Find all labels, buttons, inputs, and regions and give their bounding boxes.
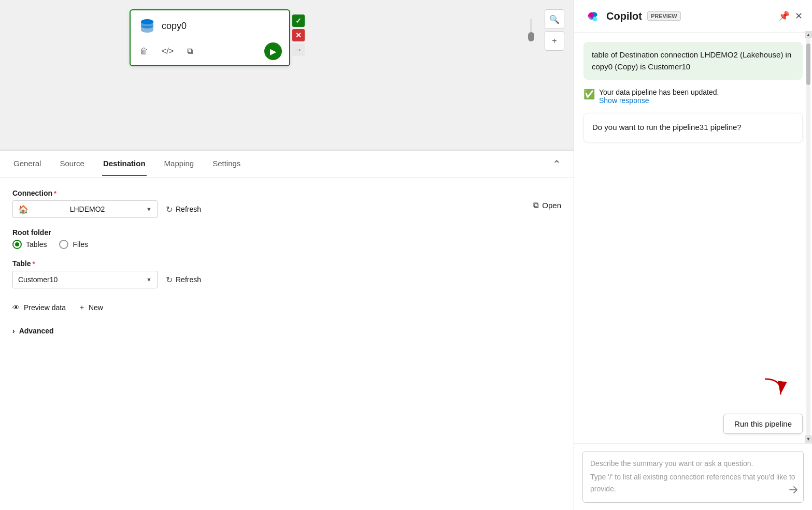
left-panel: copy0 🗑 </> ⧉ ▶ ✓ ✕ → 🔍 + (0, 0, 574, 510)
canvas-area: copy0 🗑 </> ⧉ ▶ ✓ ✕ → 🔍 + (0, 0, 574, 150)
scrollbar-track (530, 19, 532, 41)
advanced-row[interactable]: › Advanced (12, 327, 561, 335)
tables-radio[interactable]: Tables (12, 240, 47, 249)
tab-mapping[interactable]: Mapping (163, 152, 195, 176)
connection-field: Connection * 🏠 LHDEMO2 ▼ ↻ Refresh (12, 189, 561, 218)
tab-general[interactable]: General (12, 152, 42, 176)
status-arrow-icon: → (292, 43, 305, 56)
run-btn-row: Run this pipeline (583, 414, 803, 434)
table-chevron-icon: ▼ (146, 276, 152, 283)
close-panel-button[interactable]: ✕ (795, 10, 803, 22)
copilot-header: Copilot PREVIEW 📌 ✕ (574, 0, 812, 33)
bottom-actions: 👁 Preview data ＋ New (12, 299, 561, 316)
tables-radio-circle (12, 240, 22, 249)
input-placeholder-line1: Describe the summary you want or ask a q… (590, 458, 796, 469)
copilot-header-actions: 📌 ✕ (778, 10, 803, 22)
required-star: * (54, 190, 56, 197)
arrow-icon (756, 372, 787, 403)
node-status-icons: ✓ ✕ → (292, 14, 305, 56)
zoom-in-button[interactable]: + (545, 31, 564, 51)
status-x-icon: ✕ (292, 29, 305, 41)
copilot-right-scrollbar: ▲ ▼ (805, 31, 812, 443)
arrow-indicator-row (583, 372, 787, 403)
preview-badge: PREVIEW (647, 11, 681, 21)
new-button[interactable]: ＋ New (78, 303, 103, 312)
canvas-scrollbar (529, 19, 533, 41)
tab-destination[interactable]: Destination (102, 152, 147, 176)
files-radio[interactable]: Files (59, 240, 88, 249)
files-radio-circle (59, 240, 68, 249)
delete-button[interactable]: 🗑 (138, 45, 150, 58)
open-link-icon: ⧉ (533, 200, 539, 210)
table-controls: Customer10 ▼ ↻ Refresh (12, 271, 561, 288)
chevron-down-icon: ▼ (146, 206, 152, 212)
copilot-messages: table of Destination connection LHDEMO2 … (574, 33, 812, 443)
table-required-star: * (33, 260, 35, 268)
show-response-link[interactable]: Show response (599, 96, 649, 105)
table-refresh-button[interactable]: ↻ Refresh (166, 275, 201, 285)
scroll-track (806, 38, 810, 435)
send-icon (789, 485, 798, 494)
search-tool-button[interactable]: 🔍 (545, 9, 564, 29)
home-icon: 🏠 (18, 205, 29, 214)
node-actions: 🗑 </> ⧉ ▶ (138, 42, 282, 60)
run-pipeline-button[interactable]: Run this pipeline (723, 414, 803, 434)
tab-source[interactable]: Source (59, 152, 86, 176)
status-content: Your data pipeline has been updated. Sho… (599, 88, 719, 105)
chevron-right-icon: › (12, 327, 15, 335)
scroll-thumb (806, 43, 810, 85)
properties-panel: General Source Destination Mapping Setti… (0, 150, 574, 510)
connection-controls: 🏠 LHDEMO2 ▼ ↻ Refresh ⧉ Open (12, 200, 561, 218)
copilot-title: Copilot (606, 10, 642, 22)
table-dropdown[interactable]: Customer10 ▼ (12, 271, 158, 288)
copilot-panel: Copilot PREVIEW 📌 ✕ table of Destination… (574, 0, 812, 510)
copy-button[interactable]: ⧉ (185, 45, 195, 58)
copilot-input-box[interactable]: Describe the summary you want or ask a q… (582, 451, 804, 503)
node-title: copy0 (162, 21, 187, 32)
send-button[interactable] (789, 485, 798, 497)
scrollbar-thumb (528, 32, 534, 41)
collapse-panel-button[interactable]: ⌃ (552, 159, 561, 169)
status-check-icon: ✓ (292, 14, 305, 27)
copilot-logo (583, 7, 601, 25)
connection-label: Connection * (12, 189, 561, 197)
run-button[interactable]: ▶ (264, 42, 282, 60)
preview-data-button[interactable]: 👁 Preview data (12, 303, 66, 312)
copilot-question-message: Do you want to run the pipeline31 pipeli… (583, 113, 803, 142)
open-button[interactable]: ⧉ Open (533, 200, 561, 210)
pin-button[interactable]: 📌 (778, 10, 790, 22)
node-header: copy0 (138, 17, 282, 35)
connection-refresh-button[interactable]: ↻ Refresh (166, 205, 201, 214)
input-placeholder-line2: Type '/' to list all existing connection… (590, 471, 796, 494)
root-folder-label: Root folder (12, 228, 561, 237)
field-controls: 🏠 LHDEMO2 ▼ ↻ Refresh (12, 200, 201, 218)
table-refresh-icon: ↻ (166, 275, 173, 285)
connection-value: LHDEMO2 (70, 205, 105, 213)
plus-icon: ＋ (78, 303, 86, 312)
root-folder-radio-group: Tables Files (12, 240, 561, 249)
spacer (583, 151, 803, 365)
table-field: Table * Customer10 ▼ ↻ Refresh (12, 259, 561, 288)
props-body: Connection * 🏠 LHDEMO2 ▼ ↻ Refresh (0, 178, 574, 346)
root-folder-field: Root folder Tables Files (12, 228, 561, 249)
table-value: Customer10 (18, 275, 58, 284)
check-circle-icon: ✅ (583, 89, 595, 100)
refresh-icon: ↻ (166, 205, 173, 214)
copilot-message-1: table of Destination connection LHDEMO2 … (583, 42, 803, 80)
database-icon (138, 17, 156, 35)
pipeline-node[interactable]: copy0 🗑 </> ⧉ ▶ ✓ ✕ → (130, 9, 290, 66)
copilot-input-area: Describe the summary you want or ask a q… (574, 443, 812, 510)
table-label: Table * (12, 259, 561, 268)
canvas-toolbar: 🔍 + (545, 9, 564, 51)
copilot-status-message: ✅ Your data pipeline has been updated. S… (583, 88, 803, 105)
code-button[interactable]: </> (160, 45, 176, 58)
connection-dropdown[interactable]: 🏠 LHDEMO2 ▼ (12, 200, 158, 218)
scroll-up-button[interactable]: ▲ (805, 31, 812, 38)
tab-settings[interactable]: Settings (211, 152, 241, 176)
preview-icon: 👁 (12, 303, 20, 312)
scroll-down-button[interactable]: ▼ (805, 435, 812, 443)
tabs-header: General Source Destination Mapping Setti… (0, 151, 574, 178)
